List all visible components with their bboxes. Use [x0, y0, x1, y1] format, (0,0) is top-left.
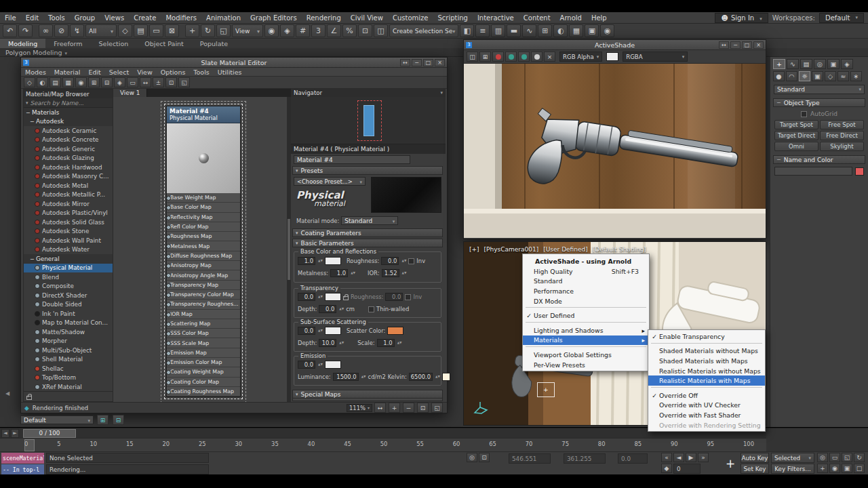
- format-dropdown[interactable]: RGBA: [623, 52, 688, 62]
- thin-walled-checkbox[interactable]: [368, 306, 374, 312]
- render-production-icon[interactable]: ◉: [600, 24, 614, 37]
- browser-item[interactable]: Materials: [24, 108, 113, 117]
- menu-item[interactable]: Graph Editors: [245, 14, 302, 22]
- key-mode-icon[interactable]: ◆: [661, 464, 672, 473]
- current-frame-field[interactable]: 0: [673, 464, 701, 474]
- ribbon-tab[interactable]: Freeform: [45, 39, 90, 48]
- rendered-frame-icon[interactable]: ▣: [585, 24, 599, 37]
- browser-item[interactable]: Autodesk Concrete: [24, 136, 113, 145]
- hierarchy-tab-icon[interactable]: ▤: [800, 59, 812, 69]
- browser-item[interactable]: XRef Material: [24, 382, 113, 391]
- node-slot[interactable]: Anisotropy Angle Map: [167, 270, 240, 280]
- tab-view1[interactable]: View 1: [113, 89, 147, 97]
- ribbon-tab[interactable]: Populate: [192, 39, 236, 48]
- select-and-move-icon[interactable]: +: [185, 24, 199, 37]
- object-color-swatch[interactable]: [855, 167, 864, 176]
- preset-dropdown[interactable]: <Choose Preset...>: [294, 177, 366, 186]
- submenu-item[interactable]: Override Off: [648, 390, 765, 401]
- slate-titlebar[interactable]: 3 Slate Material Editor ↔−□×: [21, 58, 447, 68]
- ior-spinner[interactable]: 1.52: [382, 269, 399, 277]
- dock-icon[interactable]: ↔: [400, 59, 410, 66]
- y-coordinate-field[interactable]: 361.255: [564, 453, 606, 464]
- maxscript-listener-macro-line[interactable]: sceneMaterials: [1, 453, 44, 464]
- scale-spinner[interactable]: 1.0: [377, 339, 395, 347]
- menu-item[interactable]: File: [0, 14, 21, 22]
- light-type-button[interactable]: Free Spot: [820, 120, 864, 129]
- snap-toggle-icon[interactable]: 3: [311, 24, 326, 37]
- ribbon-toggle-icon[interactable]: ▬: [507, 24, 521, 37]
- light-type-button[interactable]: Target Spot: [774, 120, 818, 129]
- menu-item[interactable]: Interactive: [473, 14, 519, 22]
- light-type-button[interactable]: Skylight: [820, 142, 864, 151]
- material-name-field[interactable]: Material #4: [294, 155, 410, 164]
- maxscript-listener-script-line[interactable]: -- In top-l: [1, 464, 44, 475]
- browser-item[interactable]: Autodesk Solid Glass: [24, 218, 113, 227]
- navigator-pane[interactable]: [291, 97, 446, 144]
- kelvin-spinner[interactable]: 6500.0: [409, 373, 433, 381]
- fit-view-icon[interactable]: ◱: [178, 77, 190, 87]
- select-and-link-icon[interactable]: ∞: [39, 24, 53, 37]
- browser-item[interactable]: Autodesk Plastic/Vinyl: [24, 209, 113, 218]
- luminance-spinner[interactable]: 1500.0: [333, 373, 359, 381]
- x-coordinate-field[interactable]: 546.551: [509, 453, 551, 464]
- context-menu-item[interactable]: [526, 322, 646, 324]
- menu-item[interactable]: Group: [70, 14, 100, 22]
- emission-weight-spinner[interactable]: 0.0: [298, 361, 315, 369]
- context-menu-item[interactable]: User Defined: [523, 310, 649, 321]
- spinner-snap-icon[interactable]: ⊡: [358, 24, 372, 37]
- object-name-field[interactable]: [774, 167, 852, 176]
- channel-display-dropdown[interactable]: RGB Alpha: [559, 52, 602, 62]
- zoom-region-icon[interactable]: ⊡: [417, 403, 429, 413]
- node-slot[interactable]: SSS Color Map: [167, 329, 240, 338]
- slate-menu-item[interactable]: Select: [105, 68, 133, 76]
- slate-menu-item[interactable]: Modes: [21, 68, 50, 76]
- node-slot[interactable]: Base Weight Map: [167, 193, 240, 203]
- node-preview[interactable]: [167, 123, 240, 193]
- close-icon[interactable]: ×: [753, 41, 764, 49]
- context-menu-item[interactable]: High Quality Shift+F3: [523, 266, 649, 277]
- menu-item[interactable]: Help: [587, 14, 612, 22]
- browser-item[interactable]: Multi/Sub-Object: [24, 346, 113, 355]
- navigator-header[interactable]: Navigator▾: [291, 89, 446, 97]
- expand-icon[interactable]: [30, 118, 36, 125]
- geometry-category-icon[interactable]: ●: [773, 71, 785, 81]
- maximize-icon[interactable]: □: [742, 41, 752, 49]
- menu-item[interactable]: Modifiers: [161, 14, 201, 22]
- submenu-item[interactable]: [651, 343, 762, 345]
- transparency-roughness-spinner[interactable]: 0.0: [385, 293, 403, 301]
- submenu-item[interactable]: Enable Transparency: [648, 331, 765, 342]
- context-menu-item[interactable]: Standard: [523, 277, 649, 287]
- spinner-arrows-icon[interactable]: ▲▼: [402, 272, 407, 274]
- submenu-item[interactable]: [651, 387, 762, 389]
- browser-item[interactable]: Shell Material: [24, 355, 113, 365]
- undo-icon[interactable]: ↶: [3, 24, 17, 37]
- viewport-label-part[interactable]: [PhysCamera001]: [484, 246, 539, 253]
- browser-item[interactable]: Autodesk Masonry C...: [24, 172, 113, 182]
- menu-item[interactable]: Rendering: [302, 14, 346, 22]
- mirror-icon[interactable]: ◧: [460, 24, 474, 37]
- keyboard-override-icon[interactable]: #: [296, 24, 310, 37]
- menu-item[interactable]: Create: [129, 14, 161, 22]
- node-slot[interactable]: Coating Weight Map: [167, 367, 240, 377]
- node-slot[interactable]: Emission Color Map: [167, 358, 240, 367]
- lights-category-icon[interactable]: ☼: [799, 71, 810, 81]
- menu-item[interactable]: Edit: [21, 14, 43, 22]
- systems-category-icon[interactable]: ∗: [850, 71, 862, 81]
- browser-item[interactable]: Autodesk Stone: [24, 227, 113, 237]
- pick-material-from-object-icon[interactable]: ◐: [37, 77, 48, 87]
- viewport-layout-b-icon[interactable]: ⊟: [113, 415, 124, 425]
- play-icon[interactable]: ▶: [686, 453, 696, 462]
- node-slot[interactable]: Refl Color Map: [167, 222, 240, 232]
- sss-depth-spinner[interactable]: 10.0: [319, 339, 336, 347]
- submenu-item[interactable]: Override with Fast Shader: [648, 410, 765, 420]
- browser-item[interactable]: Autodesk Metal: [24, 181, 113, 190]
- node-slot[interactable]: Coating Roughness Map: [167, 387, 240, 396]
- context-menu-item[interactable]: [526, 307, 646, 309]
- shapes-category-icon[interactable]: ◠: [786, 71, 797, 81]
- menu-item[interactable]: Views: [100, 14, 129, 22]
- spinner-arrows-icon[interactable]: ▲▼: [339, 342, 344, 344]
- curve-editor-icon[interactable]: ∿: [522, 24, 536, 37]
- emission-color-swatch[interactable]: [325, 361, 341, 369]
- zoom-tool-icon[interactable]: ±: [153, 77, 164, 87]
- lay-out-children-icon[interactable]: ⊟: [101, 77, 113, 87]
